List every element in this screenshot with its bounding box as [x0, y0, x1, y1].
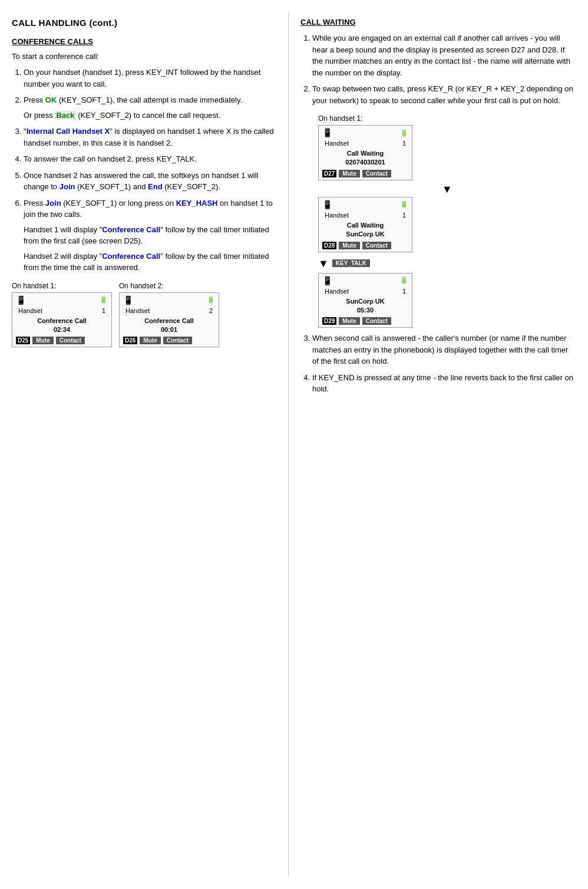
conference-calls-title: CONFERENCE CALLS — [12, 37, 276, 46]
handset-label-d28: Handset — [325, 212, 349, 219]
softkeys-d29: D29 Mute Contact — [322, 317, 408, 325]
step6-keyhash: KEY_HASH — [176, 199, 218, 208]
phone-icon-d25: 📱 — [16, 295, 26, 305]
step5-end: End — [148, 182, 163, 191]
mute-btn-d26[interactable]: Mute — [140, 337, 160, 344]
waiting-step1-text: While you are engaged on an external cal… — [312, 34, 570, 77]
handset-row-d27: Handset 1 — [322, 140, 408, 147]
step1-text: On your handset (handset 1), press KEY_I… — [24, 68, 260, 88]
page: CALL HANDLING (cont.) CONFERENCE CALLS T… — [0, 0, 588, 889]
step6-sub1-pre: Handset 1 will display " — [24, 225, 102, 234]
step2-sub-text: (KEY_SOFT_2) to cancel the call request. — [76, 111, 221, 120]
phone-screen-d25-top: 📱 🔋 — [16, 295, 108, 305]
step6-sub2-pre: Handset 2 will display " — [24, 252, 102, 261]
contact-btn-d25[interactable]: Contact — [56, 337, 85, 344]
step2-sub-pre: Or press — [24, 111, 55, 120]
contact-btn-d28[interactable]: Contact — [362, 242, 391, 249]
mute-btn-d27[interactable]: Mute — [339, 170, 359, 177]
d26-label: D26 — [123, 337, 137, 344]
d25-label: D25 — [16, 337, 30, 344]
phone-icon-d26: 📱 — [123, 295, 133, 305]
battery-icon-d26: 🔋 — [207, 296, 215, 304]
contact-btn-d26[interactable]: Contact — [163, 337, 192, 344]
step6-subpara2: Handset 2 will display "Conference Call"… — [24, 251, 276, 274]
d29-group: 📱 🔋 Handset 1 SunCorp UK05:30 D29 Mute C… — [318, 273, 576, 328]
handset2-diagram-label: On handset 2: — [119, 282, 163, 290]
handset-row-d25: Handset 1 — [16, 307, 108, 314]
conference-step-3: "Internal Call Handset X" is displayed o… — [24, 126, 276, 149]
contact-btn-d29[interactable]: Contact — [362, 317, 391, 325]
waiting-step4-text: If KEY_END is pressed at any time - the … — [312, 373, 573, 394]
mute-btn-d29[interactable]: Mute — [339, 317, 359, 325]
conference-step-5: Once handset 2 has answered the call, th… — [24, 170, 276, 193]
screen-content-d29: SunCorp UK05:30 — [322, 297, 408, 315]
phone-screen-d25: 📱 🔋 Handset 1 Conference Call02:34 D25 M… — [12, 292, 112, 348]
battery-icon-d25: 🔋 — [100, 296, 108, 304]
step2-back: Back — [55, 111, 75, 120]
conference-step-1: On your handset (handset 1), press KEY_I… — [24, 67, 276, 90]
conference-step-6: Press Join (KEY_SOFT_1) or long press on… — [24, 197, 276, 274]
mute-btn-d25[interactable]: Mute — [32, 337, 53, 344]
step6-pre: Press — [24, 199, 45, 208]
waiting-step-2: To swap between two calls, press KEY_R (… — [312, 83, 576, 106]
conference-calls-intro: To start a conference call: — [12, 52, 276, 61]
step6-subpara1: Handset 1 will display "Conference Call"… — [24, 224, 276, 247]
arrow-keytalk-row: ▼ KEY_TALK — [318, 256, 576, 271]
handset-row-d29: Handset 1 — [322, 288, 408, 295]
call-waiting-steps-after: When second call is answered - the calle… — [312, 332, 576, 395]
handset-row-d26: Handset 2 — [123, 307, 215, 314]
screen-content-d25: Conference Call02:34 — [16, 317, 108, 335]
waiting-step-1: While you are engaged on an external cal… — [312, 32, 576, 78]
phone-screen-d26: 📱 🔋 Handset 2 Conference Call00:01 D26 M… — [119, 292, 219, 348]
handset-label-d27: Handset — [325, 140, 349, 147]
d29-label: D29 — [322, 317, 336, 325]
handset-label-d25: Handset — [18, 307, 42, 314]
call-waiting-diagrams: On handset 1: 📱 🔋 Handset 1 Call Waiting… — [318, 114, 576, 328]
conference-step-2: Press OK (KEY_SOFT_1), the call attempt … — [24, 94, 276, 121]
rhandset1-label: On handset 1: — [318, 114, 576, 123]
keytalk-btn[interactable]: KEY_TALK — [332, 259, 370, 267]
softkeys-d28: D28 Mute Contact — [322, 242, 408, 249]
call-waiting-title: CALL WAITING — [300, 18, 576, 27]
waiting-step3-text: When second call is answered - the calle… — [312, 334, 568, 366]
d27-group: 📱 🔋 Handset 1 Call Waiting02074030201 D2… — [318, 125, 576, 180]
handset1-diagram-label: On handset 1: — [12, 282, 56, 290]
phone-screen-d26-top: 📱 🔋 — [123, 295, 215, 305]
phone-screen-d29: 📱 🔋 Handset 1 SunCorp UK05:30 D29 Mute C… — [318, 273, 412, 328]
waiting-step-3: When second call is answered - the calle… — [312, 332, 576, 367]
left-column: CALL HANDLING (cont.) CONFERENCE CALLS T… — [0, 12, 289, 877]
step5-join: Join — [60, 182, 75, 191]
step2-mid: (KEY_SOFT_1), the call attempt is made i… — [57, 96, 242, 104]
mute-btn-d28[interactable]: Mute — [339, 242, 359, 249]
phone-icon-d27: 📱 — [322, 128, 332, 137]
phone-screen-d27-top: 📱 🔋 — [322, 128, 408, 137]
screen-content-d26: Conference Call00:01 — [123, 317, 215, 335]
phone-screen-d28: 📱 🔋 Handset 1 Call WaitingSunCorp UK D28… — [318, 197, 412, 252]
handset-row-d28: Handset 1 — [322, 212, 408, 219]
screen-content-d28: Call WaitingSunCorp UK — [322, 221, 408, 239]
softkeys-d25: D25 Mute Contact — [16, 337, 108, 344]
step2-ok: OK — [45, 96, 57, 104]
handset-num-d25: 1 — [102, 307, 105, 314]
battery-icon-d29: 🔋 — [400, 276, 408, 284]
right-column: CALL WAITING While you are engaged on an… — [289, 12, 588, 877]
step2-subpara: Or press Back (KEY_SOFT_2) to cancel the… — [24, 110, 276, 121]
handset-num-d27: 1 — [402, 140, 406, 147]
step6-mid: (KEY_SOFT_1) or long press on — [61, 199, 176, 208]
battery-icon-d28: 🔋 — [400, 200, 408, 208]
softkeys-d26: D26 Mute Contact — [123, 337, 215, 344]
softkeys-d27: D27 Mute Contact — [322, 170, 408, 177]
call-waiting-steps: While you are engaged on an external cal… — [312, 32, 576, 106]
handset-label-d29: Handset — [325, 288, 349, 295]
step3-link: Internal Call Handset X — [27, 127, 110, 136]
phone-screen-d28-top: 📱 🔋 — [322, 200, 408, 209]
screen-content-d27: Call Waiting02074030201 — [322, 149, 408, 167]
handset-num-d26: 2 — [209, 307, 213, 314]
diagram-handset2-group: On handset 2: 📱 🔋 Handset 2 Conference C… — [119, 282, 219, 348]
contact-btn-d27[interactable]: Contact — [362, 170, 391, 177]
arrow-d27-d28: ▼ — [318, 184, 576, 195]
handset-label-d26: Handset — [125, 307, 150, 314]
step5-mid: (KEY_SOFT_1) and — [75, 182, 148, 191]
step4-text: To answer the call on handset 2, press K… — [24, 154, 197, 163]
d27-label: D27 — [322, 170, 336, 177]
